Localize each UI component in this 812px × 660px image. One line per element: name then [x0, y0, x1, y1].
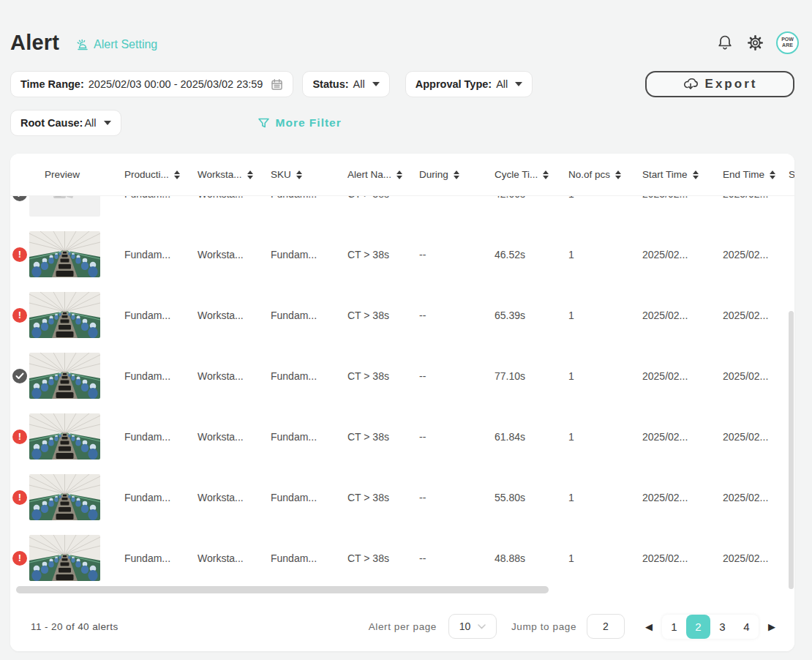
- per-page-select[interactable]: 10: [448, 614, 497, 639]
- table-row[interactable]: !: [10, 406, 794, 467]
- column-header[interactable]: Worksta...: [198, 169, 271, 180]
- workstation-cell: Worksta...: [198, 552, 271, 564]
- column-header[interactable]: End Time: [723, 169, 786, 180]
- calendar-icon[interactable]: [271, 78, 283, 91]
- time-range-filter[interactable]: Time Range: 2025/02/03 00:00 - 2025/03/0…: [10, 71, 293, 97]
- table-row[interactable]: !: [10, 196, 794, 224]
- alert-setting-label: Alert Setting: [94, 38, 157, 51]
- end-time-cell: 2025/02...: [723, 492, 786, 503]
- alert-preview-image[interactable]: [29, 535, 100, 581]
- export-button[interactable]: Export: [645, 71, 794, 97]
- column-header[interactable]: Alert Na...: [347, 169, 419, 180]
- per-page-value: 10: [459, 620, 471, 632]
- alert-preview-image[interactable]: [29, 474, 100, 520]
- table-header-row: Preview Producti... Worksta... SKU Alert…: [10, 154, 794, 196]
- page-number-button[interactable]: 1: [662, 615, 686, 639]
- alert-preview-image[interactable]: [29, 231, 100, 277]
- no-of-pcs-cell: 1: [568, 370, 642, 382]
- during-cell: --: [419, 370, 495, 382]
- preview-cell: [29, 413, 124, 460]
- alert-table-card: Preview Producti... Worksta... SKU Alert…: [10, 154, 794, 651]
- table-body: !: [10, 196, 794, 584]
- sort-icon: [174, 170, 180, 179]
- no-of-pcs-cell: 1: [568, 196, 642, 200]
- end-time-cell: 2025/02...: [723, 196, 786, 200]
- pagination: ◀ 1234 ▶: [644, 615, 777, 639]
- column-header: Preview: [29, 169, 124, 180]
- per-page-label: Alert per page: [369, 621, 437, 632]
- column-header[interactable]: During: [419, 169, 495, 180]
- workstation-cell: Worksta...: [198, 370, 271, 382]
- column-header: S: [786, 169, 794, 180]
- previous-page-button[interactable]: ◀: [644, 620, 654, 634]
- status-cell: !: [10, 247, 29, 262]
- end-time-cell: 2025/02...: [723, 552, 786, 564]
- alert-preview-image[interactable]: [29, 292, 100, 338]
- chevron-down-icon: [104, 121, 111, 125]
- table-row[interactable]: !: [10, 528, 794, 584]
- column-header[interactable]: Start Time: [642, 169, 723, 180]
- page-number-button[interactable]: 4: [734, 615, 759, 639]
- during-cell: --: [419, 552, 495, 564]
- preview-cell: [29, 474, 124, 520]
- jump-to-page-label: Jump to page: [511, 621, 576, 632]
- table-row[interactable]: !: [10, 285, 794, 345]
- table-row[interactable]: !: [10, 345, 794, 406]
- cycle-time-cell: 61.84s: [495, 431, 568, 443]
- column-header[interactable]: Producti...: [124, 169, 198, 180]
- more-filter-label: More Filter: [276, 116, 342, 130]
- start-time-cell: 2025/02...: [642, 431, 723, 443]
- avatar-text-line2: ARE: [782, 42, 793, 48]
- start-time-cell: 2025/02...: [642, 310, 723, 321]
- notification-bell-button[interactable]: [715, 33, 734, 52]
- status-cell: !: [10, 490, 29, 505]
- column-header[interactable]: SKU: [271, 169, 347, 180]
- table-row[interactable]: !: [10, 467, 794, 528]
- next-page-button[interactable]: ▶: [767, 620, 777, 634]
- start-time-cell: 2025/02...: [642, 370, 723, 382]
- status-filter-value: All: [353, 78, 365, 90]
- end-time-cell: 2025/02...: [723, 431, 786, 443]
- user-avatar[interactable]: POW ARE: [776, 31, 799, 54]
- alert-preview-image[interactable]: [29, 413, 100, 460]
- sort-icon: [543, 170, 549, 179]
- jump-to-page-input[interactable]: [587, 614, 625, 639]
- production-cell: Fundam...: [124, 249, 198, 260]
- column-header-label: End Time: [723, 169, 764, 180]
- alert-name-cell: CT > 38s: [347, 310, 419, 321]
- status-cell: !: [10, 196, 29, 201]
- column-header-label: Start Time: [642, 169, 688, 180]
- page-number-button[interactable]: 3: [710, 615, 734, 639]
- sort-icon: [296, 170, 302, 179]
- no-of-pcs-cell: 1: [568, 552, 642, 564]
- production-cell: Fundam...: [124, 492, 198, 503]
- page-number-button[interactable]: 2: [686, 615, 710, 639]
- no-of-pcs-cell: 1: [568, 310, 642, 321]
- alert-name-cell: CT > 38s: [347, 370, 419, 382]
- end-time-cell: 2025/02...: [723, 249, 786, 260]
- horizontal-scrollbar-thumb[interactable]: [16, 586, 549, 593]
- sku-cell: Fundam...: [271, 310, 347, 321]
- alert-preview-image[interactable]: [29, 353, 100, 399]
- column-header-label: S: [789, 169, 794, 180]
- column-header-label: During: [419, 169, 448, 180]
- status-filter[interactable]: Status: All: [302, 71, 389, 97]
- preview-cell: [29, 292, 124, 338]
- preview-cell: [29, 353, 124, 399]
- root-cause-filter[interactable]: Root Cause: All: [10, 110, 121, 136]
- table-row[interactable]: !: [10, 224, 794, 285]
- alert-setting-link[interactable]: Alert Setting: [75, 38, 157, 52]
- end-time-cell: 2025/02...: [723, 370, 786, 382]
- start-time-cell: 2025/02...: [642, 492, 723, 503]
- column-header-label: No.of pcs: [568, 169, 610, 180]
- column-header[interactable]: No.of pcs: [568, 169, 642, 180]
- column-header[interactable]: Cycle Ti...: [495, 169, 568, 180]
- settings-button[interactable]: [745, 33, 765, 53]
- status-cell: !: [10, 551, 29, 566]
- approval-type-filter[interactable]: Approval Type: All: [405, 71, 533, 97]
- status-error-icon: !: [12, 247, 27, 262]
- column-header-label: SKU: [271, 169, 291, 180]
- more-filter-link[interactable]: More Filter: [257, 116, 342, 130]
- cycle-time-cell: 65.39s: [495, 310, 568, 321]
- bell-icon: [715, 33, 734, 52]
